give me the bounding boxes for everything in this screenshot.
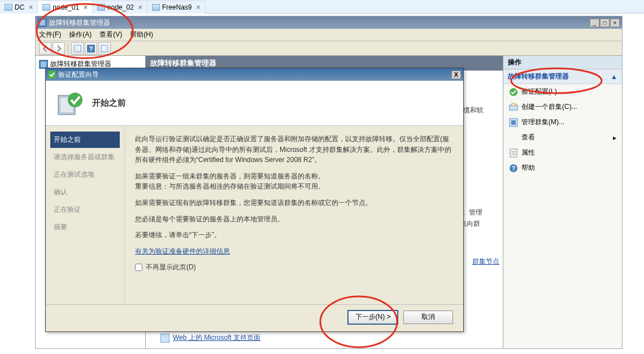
forward-button[interactable]: [53, 42, 65, 55]
svg-rect-7: [106, 45, 108, 52]
link-ms-support[interactable]: Web 上的 Microsoft 支持页面: [173, 333, 260, 343]
action-manage-cluster[interactable]: 管理群集(M)...: [503, 115, 622, 130]
actions-header: 故障转移群集管理器 ▲: [503, 69, 622, 84]
link-cluster-nodes[interactable]: 群集节点: [472, 257, 499, 265]
close-icon[interactable]: ×: [138, 3, 142, 11]
app-icon: [38, 18, 47, 27]
action-validate-config[interactable]: 验证配置(L)...: [503, 84, 622, 99]
wizard-step-summary: 摘要: [50, 219, 120, 235]
svg-rect-14: [511, 120, 516, 125]
menu-action[interactable]: 操作(A): [69, 30, 92, 40]
vm-tab-bar: DC × node_01 × node_02 × FreeNas9 ×: [0, 0, 644, 14]
vm-tab-label: node_02: [107, 3, 134, 11]
action-view[interactable]: 查看 ▸: [503, 130, 622, 145]
help-icon: ?: [509, 164, 518, 173]
web-icon: [160, 334, 169, 343]
maximize-button[interactable]: □: [600, 19, 610, 27]
wizard-title: 验证配置向导: [58, 70, 99, 80]
svg-text:?: ?: [89, 45, 93, 52]
vm-tab-label: node_01: [53, 3, 79, 11]
wizard-para: 如果需要验证现有的故障转移群集，您需要知道该群集的名称或它的一个节点。: [135, 198, 453, 208]
close-button[interactable]: X: [451, 71, 461, 79]
help-button[interactable]: ?: [85, 42, 97, 55]
wizard-body: 开始之前 请选择服务器或群集 正在测试选项 确认 正在验证 摘要 此向导运行验证…: [46, 126, 463, 304]
menubar: 文件(F) 操作(A) 查看(V) 帮助(H): [36, 29, 622, 41]
svg-rect-12: [512, 103, 515, 106]
action-label: 验证配置(L)...: [521, 87, 563, 97]
link-hardware-info[interactable]: 有关为验证准备硬件的详细信息: [135, 247, 230, 255]
show-hide-tree-button[interactable]: [71, 42, 84, 55]
checkbox-label: 不再显示此页(D): [146, 262, 196, 273]
cancel-button[interactable]: 取消: [403, 311, 453, 324]
menu-help[interactable]: 帮助(H): [130, 30, 153, 40]
wizard-para: 若要继续，请单击“下一步”。: [135, 230, 453, 241]
vm-tab-label: DC: [15, 3, 24, 11]
wizard-step-select: 请选择服务器或群集: [50, 149, 120, 165]
wizard-para: 此向导运行验证测试以确定是否正确设置了服务器和附加存储的配置，以支持故障转移。仅…: [135, 134, 453, 165]
close-button[interactable]: ×: [610, 19, 620, 27]
separator: [68, 43, 68, 54]
titlebar: 故障转移群集管理器 _ □ ×: [36, 16, 622, 29]
close-icon[interactable]: ×: [84, 3, 88, 11]
wizard-header: 开始之前: [46, 81, 463, 126]
validate-icon: [509, 88, 518, 97]
show-hide-action-button[interactable]: [98, 42, 111, 55]
menu-view[interactable]: 查看(V): [99, 30, 122, 40]
svg-rect-3: [74, 45, 76, 52]
svg-rect-21: [48, 71, 56, 78]
svg-text:?: ?: [512, 165, 516, 172]
close-icon[interactable]: ×: [29, 3, 33, 11]
vm-tab-label: FreeNas9: [162, 3, 192, 11]
validate-config-wizard: 验证配置向导 X 开始之前 开始之前 请选择服务器或群集 正在测试选项 确认 正…: [45, 68, 464, 332]
dont-show-again-input[interactable]: [135, 264, 142, 271]
back-button[interactable]: [39, 42, 51, 55]
svg-point-24: [68, 93, 82, 107]
monitor-icon: [5, 4, 12, 11]
action-label: 创建一个群集(C)...: [521, 102, 577, 112]
dont-show-again-checkbox[interactable]: 不再显示此页(D): [135, 262, 453, 273]
menu-file[interactable]: 文件(F): [39, 30, 61, 40]
actions-pane: 操作 故障转移群集管理器 ▲ 验证配置(L)... 创建一个群集(C)... 管…: [503, 56, 622, 348]
wizard-step-testopt: 正在测试选项: [50, 167, 120, 183]
actions-header-label: 故障转移群集管理器: [508, 72, 569, 81]
svg-point-10: [510, 88, 517, 96]
collapse-icon[interactable]: ▲: [611, 73, 617, 81]
action-label: 查看: [521, 133, 535, 142]
vm-tab[interactable]: DC ×: [0, 1, 38, 14]
properties-icon: [509, 148, 518, 158]
wizard-step-validating: 正在验证: [50, 202, 120, 218]
vm-tab[interactable]: node_02 ×: [93, 1, 147, 14]
monitor-icon: [42, 4, 50, 11]
action-properties[interactable]: 属性: [503, 145, 622, 160]
wizard-titlebar[interactable]: 验证配置向导 X: [46, 68, 463, 81]
vm-tab[interactable]: FreeNas9 ×: [147, 1, 206, 14]
wizard-heading: 开始之前: [92, 98, 126, 108]
wizard-step-before[interactable]: 开始之前: [50, 132, 120, 148]
toolbar: ?: [36, 41, 622, 56]
action-label: 帮助: [521, 163, 535, 173]
action-help[interactable]: ? 帮助: [503, 160, 622, 176]
app-title: 故障转移群集管理器: [49, 18, 110, 28]
create-cluster-icon: [509, 103, 518, 112]
action-create-cluster[interactable]: 创建一个群集(C)...: [503, 99, 622, 115]
action-label: 管理群集(M)...: [521, 117, 564, 127]
wizard-para: 如果需要验证一组未群集的服务器，则需要知道服务器的名称。 重要信息：与所选服务器…: [135, 171, 453, 192]
wizard-nav: 开始之前 请选择服务器或群集 正在测试选项 确认 正在验证 摘要: [46, 126, 125, 304]
wizard-content: 此向导运行验证测试以确定是否正确设置了服务器和附加存储的配置，以支持故障转移。仅…: [125, 126, 463, 304]
vm-tab[interactable]: node_01 ×: [38, 1, 93, 14]
wizard-button-bar: 下一步(N) > 取消: [46, 304, 463, 329]
manage-cluster-icon: [509, 118, 518, 127]
minimize-button[interactable]: _: [590, 19, 599, 27]
svg-rect-9: [41, 62, 46, 67]
wizard-para: 您必须是每个需要验证的服务器上的本地管理员。: [135, 214, 453, 225]
close-icon[interactable]: ×: [197, 3, 201, 11]
monitor-icon: [97, 4, 105, 11]
monitor-icon: [152, 4, 160, 11]
wizard-header-icon: [57, 90, 84, 117]
svg-rect-1: [40, 20, 45, 25]
action-label: 属性: [521, 148, 535, 158]
wizard-icon: [48, 71, 56, 78]
wizard-step-confirm: 确认: [50, 184, 120, 200]
actions-pane-title: 操作: [503, 56, 622, 69]
next-button[interactable]: 下一步(N) >: [348, 311, 398, 324]
